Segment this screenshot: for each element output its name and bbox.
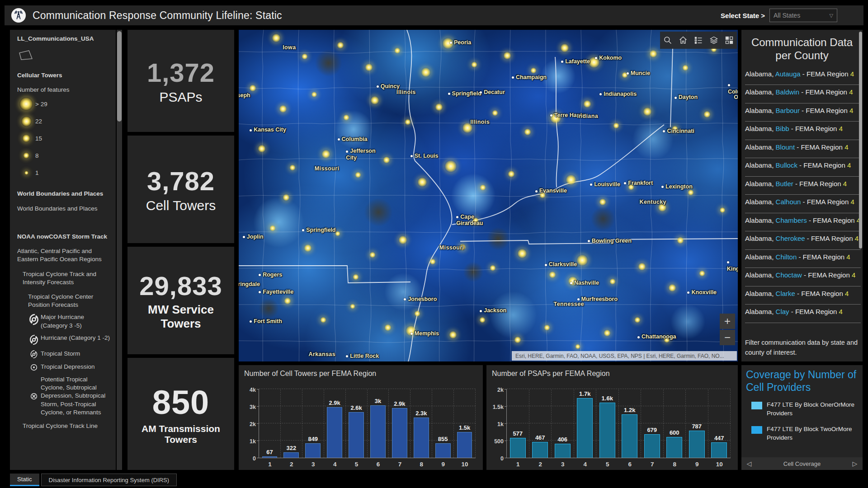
bar-column[interactable]: 577: [507, 389, 529, 458]
map-city-label: Fayetteville: [259, 289, 293, 295]
bar-column[interactable]: 447: [708, 389, 731, 458]
county-row[interactable]: Alabama, Chambers - FEMA Region 4: [745, 213, 861, 232]
coverage-legend-item: F477 LTE By Block OnerOrMore Providers: [745, 401, 859, 418]
bar: [532, 442, 548, 458]
bar-column[interactable]: 1.7k: [574, 389, 597, 458]
zoom-out-button[interactable]: −: [720, 330, 735, 345]
x-tick-label: 5: [346, 461, 368, 468]
bar: [644, 434, 660, 458]
x-tick-label: 4: [574, 461, 597, 468]
bar-value-label: 1.2k: [624, 407, 635, 413]
county-scrollbar-thumb[interactable]: [859, 32, 862, 249]
tower-dot-icon: [17, 171, 35, 175]
bar-column[interactable]: 2.6k: [346, 389, 368, 458]
county-name: Clay: [776, 308, 791, 315]
state-dropdown[interactable]: All States ▽: [769, 9, 837, 22]
county-row[interactable]: Alabama, Cherokee - FEMA Region 4: [745, 231, 861, 250]
bar-column[interactable]: 679: [641, 389, 664, 458]
county-row[interactable]: Alabama, Bibb - FEMA Region 4: [745, 122, 861, 140]
legend-group-title: LL_Communications_USA: [17, 35, 112, 42]
tab-dirs[interactable]: Disaster Information Reporting System (D…: [41, 474, 177, 486]
county-suffix: - FEMA Region: [791, 308, 839, 315]
map-city-label: Joplin: [243, 234, 264, 240]
basemap-icon[interactable]: [722, 32, 737, 49]
stat-panel-psaps: 1,372 PSAPs: [127, 30, 234, 132]
bar-column[interactable]: 467: [529, 389, 552, 458]
bar-column[interactable]: 1.5k: [454, 389, 476, 458]
county-row[interactable]: Alabama, Butler - FEMA Region 4: [745, 177, 861, 195]
legend-storm-item: Major Hurricane (Category 3 -5): [17, 313, 112, 329]
chart-plot-area: 5774674061.7k1.6k1.2k679600787447: [507, 389, 731, 458]
bar-column[interactable]: 2.9k: [324, 389, 346, 458]
search-icon[interactable]: [660, 32, 675, 49]
legend-world-title: World Boundaries and Places: [17, 190, 112, 198]
zoom-in-button[interactable]: +: [720, 314, 735, 329]
fema-region-number: 4: [845, 290, 849, 297]
legend-feature-class: 8: [17, 148, 112, 163]
map-city-label: Memphis: [410, 330, 439, 337]
legend-storm-item: Hurricane (Category 1 -2): [17, 334, 112, 345]
county-state: Alabama,: [745, 216, 776, 224]
county-row[interactable]: Alabama, Bullock - FEMA Region 4: [745, 158, 861, 177]
x-tick-label: 10: [454, 461, 476, 468]
bar-column[interactable]: 600: [664, 389, 686, 458]
bar-column[interactable]: 849: [302, 389, 324, 458]
bar-column[interactable]: 855: [432, 389, 454, 458]
fema-region-number: 4: [852, 271, 855, 279]
county-row[interactable]: Alabama, Baldwin - FEMA Region 4: [745, 85, 861, 103]
bar-column[interactable]: 2.3k: [410, 389, 432, 458]
x-tick-label: 1: [259, 461, 281, 468]
county-row[interactable]: Alabama, Choctaw - FEMA Region 4: [745, 268, 861, 286]
legend-icon[interactable]: [691, 32, 706, 49]
bar-column[interactable]: 406: [552, 389, 574, 458]
pager-prev-icon[interactable]: ◁: [741, 460, 757, 467]
legend-panel: LL_Communications_USA Cellular Towers Nu…: [10, 30, 116, 470]
bar-column[interactable]: 3k: [368, 389, 389, 458]
tower-dot-icon: [17, 116, 35, 127]
county-state: Alabama,: [745, 235, 776, 242]
bar-column[interactable]: 2.9k: [389, 389, 410, 458]
county-row[interactable]: Alabama, Calhoun - FEMA Region 4: [745, 195, 861, 213]
county-row[interactable]: Alabama, Autauga - FEMA Region 4: [745, 67, 861, 85]
stat-label: PSAPs: [159, 89, 202, 105]
bar: [555, 444, 571, 458]
map-city-label: Peoria: [450, 39, 471, 46]
county-row[interactable]: Alabama, Barbour - FEMA Region 4: [745, 103, 861, 122]
fema-region-number: 4: [844, 143, 848, 151]
legend-scrollbar-thumb[interactable]: [117, 31, 122, 122]
legend-scrollbar[interactable]: [117, 30, 122, 470]
map-city-label: Springfield: [448, 90, 481, 97]
city-dot-icon: [637, 336, 640, 338]
county-list: Alabama, Autauga - FEMA Region 4 Alabama…: [741, 67, 863, 323]
bar-column[interactable]: 67: [259, 389, 281, 458]
map-city-label: Springdale: [239, 281, 260, 287]
pager-next-icon[interactable]: ▷: [847, 460, 863, 467]
map-city-label: Jackson: [480, 307, 506, 314]
bar-column[interactable]: 322: [281, 389, 302, 458]
tower-dot-icon: [17, 97, 35, 111]
county-name: Chilton: [776, 253, 799, 261]
map-state-label: Ohio: [734, 94, 738, 100]
county-row[interactable]: Alabama, Chilton - FEMA Region 4: [745, 250, 861, 268]
legend-noaa-title: NOAA nowCOAST Storm Track: [17, 233, 112, 241]
county-name: Bullock: [776, 161, 800, 169]
county-row[interactable]: Alabama, Blount - FEMA Region 4: [745, 140, 861, 159]
county-row[interactable]: Alabama, Clarke - FEMA Region 4: [745, 286, 861, 305]
bar-column[interactable]: 1.6k: [596, 389, 619, 458]
bar-column[interactable]: 1.2k: [619, 389, 642, 458]
chevron-down-icon: ▽: [830, 13, 833, 19]
county-state: Alabama,: [745, 125, 776, 132]
county-row[interactable]: Alabama, Clay - FEMA Region 4: [745, 305, 861, 323]
legend-storm-item: Tropical Depression: [17, 363, 112, 371]
county-suffix: - FEMA Region: [801, 88, 849, 96]
bar-column[interactable]: 787: [686, 389, 708, 458]
city-dot-icon: [404, 298, 406, 300]
county-suffix: - FEMA Region: [802, 107, 849, 114]
layers-icon[interactable]: [706, 32, 722, 49]
bar-value-label: 2.3k: [415, 410, 427, 417]
tab-static[interactable]: Static: [10, 474, 39, 486]
home-icon[interactable]: [675, 32, 691, 49]
map-view[interactable]: IowaPeoriaLafayetteKokomoMuncieChampaign…: [239, 30, 738, 361]
county-suffix: - FEMA Region: [798, 253, 846, 261]
city-dot-icon: [588, 240, 590, 242]
